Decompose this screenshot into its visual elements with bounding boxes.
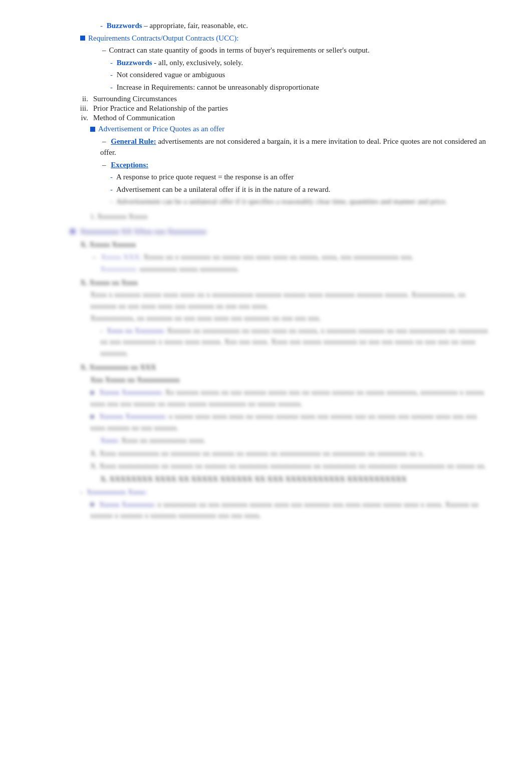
blurred-bold-text: X. XXXXXXXX XXXX XX XXXXX XXXXXX XX XXX … xyxy=(100,475,407,483)
blurred-last-content: Xxxxx Xxxxxxxx: x xxxxxxxxx xx xxx xxxxx… xyxy=(90,499,491,522)
advert-header-label: Advertisement or Price Quotes as an offe… xyxy=(98,125,224,133)
roman-ii-text: Surrounding Circumstances xyxy=(93,95,491,103)
blurred-blue-header: Xxxxxxxxxx XX XXxx xxx Xxxxxxxxxx xyxy=(70,226,491,237)
blurred-sub3-a: Xxx Xxxxx xx Xxxxxxxxxxx xyxy=(90,374,491,386)
contract-state-text: Contract can state quantity of goods in … xyxy=(109,46,370,54)
blurred-sub1-text2: Xxxxx xx x xxxxxxxx xx xxxxx xxx xxxx xx… xyxy=(143,253,414,261)
bullet-square2-icon xyxy=(90,127,95,132)
roman-iii-text: Prior Practice and Relationship of the p… xyxy=(93,104,491,113)
blurred-small-label: 1. Xxxxxxxx Xxxxx xyxy=(90,211,491,222)
blurred-note2-label: Xxxx: xyxy=(100,436,119,444)
blurred-sub3c2-text: X. Xxxx xxxxxxxxxxx xx xxxxxx xx xxxxxx … xyxy=(90,462,486,470)
roman-ii-line: ii. Surrounding Circumstances xyxy=(70,95,491,103)
general-rule-line: – General Rule: advertisements are not c… xyxy=(100,136,491,158)
blurred-blue-header-text: Xxxxxxxxxx XX XXxx xxx Xxxxxxxxxx xyxy=(80,227,207,235)
blurred-sub1b-label: Xxxxxxxxx: xyxy=(100,265,138,273)
blurred-last-label: Xxxxxxxxxx Xxxx: xyxy=(87,488,147,496)
general-rule-label: General Rule: xyxy=(111,137,156,145)
dash-icon: - xyxy=(100,22,103,30)
contract-state-line: –Contract can state quantity of goods in… xyxy=(100,45,491,56)
not-vague-line: - Not considered vague or ambiguous xyxy=(110,69,491,81)
blurred-note-label: Xxxx xx Xxxxxxx: xyxy=(107,327,165,335)
document-content: - Buzzwords – appropriate, fair, reasona… xyxy=(60,20,491,522)
requirements-contracts-line: Requirements Contracts/Output Contracts … xyxy=(80,33,491,44)
exception3-text: Advertisement can be a unilateral offer … xyxy=(116,197,447,205)
roman-iii-line: iii. Prior Practice and Relationship of … xyxy=(70,104,491,113)
blurred-note: - Xxxx xx Xxxxxxx: Xxxxxx xx xxxxxxxxxx … xyxy=(100,325,491,359)
increase-req-line: - Increase in Requirements: cannot be un… xyxy=(110,82,491,93)
blurred-sub1-content: – Xxxxx XXX: Xxxxx xx x xxxxxxxx xx xxxx… xyxy=(90,251,491,263)
blurred-last-section: - Xxxxxxxxxx Xxxx: xyxy=(80,486,491,498)
blurred-small-text: 1. Xxxxxxxx Xxxxx xyxy=(90,213,148,220)
exception2-text: Advertisement can be a unilateral offer … xyxy=(116,185,330,193)
blurred-sub3c1-text: X. Xxxx xxxxxxxxxxx xx xxxxxxxx xx xxxxx… xyxy=(90,449,424,457)
blurred-sub2-content1-text: Xxxx x xxxxxxx xxxxx xxxx xxxx xx x xxxx… xyxy=(90,291,465,310)
roman-iii-label: iii. xyxy=(70,104,88,113)
bullet-square-icon xyxy=(80,36,85,41)
exception1-text: A response to price quote request = the … xyxy=(116,173,294,181)
dash6-icon: - xyxy=(110,185,113,193)
blurred-sub2-content2: Xxxxxxxxxxx, xx xxxxxxx xx xxx xxxx xxxx… xyxy=(90,313,491,324)
exceptions-line: – Exceptions: xyxy=(100,159,491,171)
roman-iv-label: iv. xyxy=(70,114,88,122)
blurred-sub2-text: X. Xxxxx xx Xxxx xyxy=(80,279,138,287)
buzzwords-label: Buzzwords xyxy=(107,22,142,30)
roman-iv-line: iv. Method of Communication xyxy=(70,114,491,122)
dash9-icon: - xyxy=(80,488,83,496)
blurred-sub1-b: Xxxxxxxxx: xxxxxxxxxx xxxxx xxxxxxxxxx. xyxy=(100,264,491,275)
blurred-note2-text: Xxxx xx xxxxxxxxxx xxxx. xyxy=(121,436,205,444)
roman-ii-label: ii. xyxy=(70,95,88,103)
blurred-sub2-content2-text: Xxxxxxxxxxx, xx xxxxxxx xx xxx xxxx xxxx… xyxy=(90,314,321,322)
exception2-line: - Advertisement can be a unilateral offe… xyxy=(110,184,491,195)
dash2-icon: - xyxy=(110,59,113,67)
bullet-square5-icon xyxy=(90,415,94,419)
general-rule-text: advertisements are not considered a barg… xyxy=(100,137,486,157)
roman-iv-text: Method of Communication xyxy=(93,114,491,122)
not-vague-text: Not considered vague or ambiguous xyxy=(117,71,225,79)
blurred-sub3a-text: Xxx Xxxxx xx Xxxxxxxxxxx xyxy=(90,376,180,384)
buzzwords-line: - Buzzwords – appropriate, fair, reasona… xyxy=(100,20,491,32)
advert-header-line: Advertisement or Price Quotes as an offe… xyxy=(90,123,491,135)
exceptions-label: Exceptions: xyxy=(111,161,148,169)
em-dash-icon: – xyxy=(102,46,106,54)
increase-req-text: Increase in Requirements: cannot be unre… xyxy=(117,83,319,91)
em-dash4-icon: – xyxy=(92,253,96,261)
em-dash2-icon: – xyxy=(102,137,106,145)
blurred-sub1-label: Xxxxx XXX: xyxy=(101,253,141,261)
requirements-contracts-label: Requirements Contracts/Output Contracts … xyxy=(88,34,238,42)
dash4-icon: - xyxy=(110,83,113,91)
blurred-sub1: X. Xxxxx Xxxxxx xyxy=(80,239,491,250)
blurred-sub2-content1: Xxxx x xxxxxxx xxxxx xxxx xxxx xx x xxxx… xyxy=(90,289,491,312)
blurred-sub1b-text: xxxxxxxxxx xxxxx xxxxxxxxxx. xyxy=(140,265,239,273)
exception3-line: - Advertisement can be a unilateral offe… xyxy=(110,196,491,207)
dash5-icon: - xyxy=(110,173,113,181)
blurred-sub2: X. Xxxxx xx Xxxx xyxy=(80,277,491,289)
blurred-sub3-c1: X. Xxxx xxxxxxxxxxx xx xxxxxxxx xx xxxxx… xyxy=(90,448,491,459)
dash3-icon: - xyxy=(110,71,113,79)
buzzwords-all-text: - all, only, exclusively, solely. xyxy=(152,59,243,67)
em-dash3-icon: – xyxy=(102,161,106,169)
blurred-sub3-c2: X. Xxxx xxxxxxxxxxx xx xxxxxx xx xxxxxx … xyxy=(90,460,491,472)
blurred-sub1-text: X. Xxxxx Xxxxxx xyxy=(80,240,136,248)
buzzwords-all-line: - Buzzwords - all, only, exclusively, so… xyxy=(110,57,491,69)
blurred-bold-line: X. XXXXXXXX XXXX XX XXXXX XXXXXX XX XXX … xyxy=(100,473,491,485)
exception1-line: - A response to price quote request = th… xyxy=(110,171,491,183)
blurred-sub3b1-label: Xxxxx Xxxxxxxxxx: xyxy=(99,388,163,396)
blurred-sub3: X. Xxxxxxxxxx xx XXX xyxy=(80,362,491,373)
dash8-icon: - xyxy=(100,327,103,335)
blurred-last-content-label: Xxxxx Xxxxxxxx: xyxy=(99,500,156,508)
blurred-sub3-b1: Xxxxx Xxxxxxxxxx: Xx xxxxxx xxxxx xx xxx… xyxy=(90,387,491,409)
blurred-sub3b2-label: Xxxxxx Xxxxxxxxxx: xyxy=(99,412,167,420)
blurred-sub3-b2: Xxxxxx Xxxxxxxxxx: x xxxxx xxxx xxxx xxx… xyxy=(90,411,491,433)
buzzwords-all-label: Buzzwords xyxy=(117,59,152,67)
dash7-icon: - xyxy=(110,197,113,205)
blurred-sub3-text: X. Xxxxxxxxxx xx XXX xyxy=(80,363,156,371)
bullet-square4-icon xyxy=(90,391,94,395)
buzzwords-text: – appropriate, fair, reasonable, etc. xyxy=(142,22,248,30)
bullet-square6-icon xyxy=(90,502,94,506)
blurred-sub3-note: Xxxx: Xxxx xx xxxxxxxxxx xxxx. xyxy=(100,435,491,446)
bullet-square3-icon xyxy=(70,229,75,234)
